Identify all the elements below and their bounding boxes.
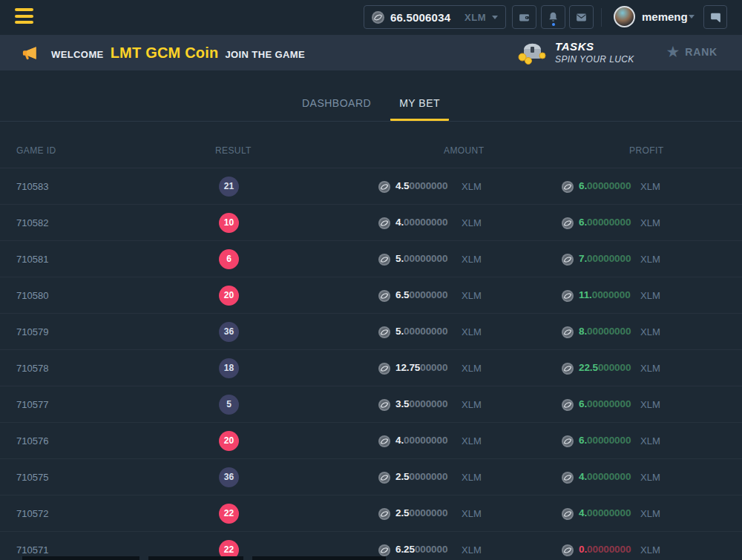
chevron-down-icon [492, 16, 498, 19]
profit-currency: XLM [640, 363, 660, 374]
table-row: 710578 18 12.7500000 XLM 22.5000000 [0, 350, 742, 386]
game-id: 710578 [16, 363, 48, 374]
xlm-coin-icon [378, 181, 390, 193]
amount-currency: XLM [462, 363, 482, 374]
result-badge: 20 [219, 431, 239, 451]
tab-my-bet[interactable]: MY BET [390, 90, 449, 121]
xlm-coin-icon [562, 508, 574, 520]
game-id: 710580 [16, 290, 48, 301]
bet-table-body: 710583 21 4.50000000 XLM 6.00000000 [0, 168, 742, 560]
amount-main: 5. [395, 253, 404, 264]
profit-zeros: 00000000 [587, 217, 631, 228]
profit-currency: XLM [640, 435, 660, 447]
amount-zeros: 0000000 [409, 180, 447, 191]
profit-main: 4. [579, 471, 587, 482]
menu-icon[interactable] [15, 8, 34, 27]
amount-currency: XLM [462, 508, 482, 519]
xlm-coin-icon [378, 508, 390, 520]
xlm-coin-icon [562, 544, 574, 556]
balance-amount: 66.5006034 [390, 11, 450, 24]
tab-dashboard[interactable]: DASHBOARD [293, 90, 380, 121]
chevron-down-icon[interactable] [689, 15, 695, 19]
result-badge: 22 [219, 504, 239, 524]
table-row: 710579 36 5.00000000 XLM 8.00000000 [0, 314, 742, 350]
game-id: 710571 [16, 544, 48, 556]
profit-zeros: 000000 [598, 362, 631, 373]
chat-button[interactable] [703, 5, 727, 29]
amount-currency: XLM [462, 326, 482, 337]
column-game-id: GAME ID [16, 145, 56, 156]
username[interactable]: memeng [642, 10, 688, 23]
result-badge: 36 [219, 322, 239, 342]
profit-zeros: 00000000 [587, 471, 631, 482]
mail-icon [575, 11, 588, 24]
profit-main: 11. [579, 289, 592, 300]
amount-zeros: 00000000 [404, 326, 447, 337]
amount-main: 5. [395, 326, 404, 337]
table-row: 710582 10 4.00000000 XLM 6.00000000 [0, 205, 742, 241]
welcome-banner: WELCOME LMT GCM Coin JOIN THE GAME TASKS… [0, 35, 742, 70]
profit-main: 6. [579, 398, 587, 409]
amount-currency: XLM [462, 544, 482, 556]
profit-zeros: 00000000 [587, 544, 631, 555]
rank-label: RANK [685, 46, 718, 58]
xlm-coin-icon [378, 217, 390, 229]
profit-main: 0. [579, 544, 587, 555]
xlm-coin-icon [378, 435, 390, 447]
amount-zeros: 00000000 [404, 217, 447, 228]
xlm-coin-icon [378, 326, 390, 338]
megaphone-icon [21, 45, 38, 62]
welcome-label: WELCOME [51, 49, 104, 60]
tasks-subtitle: SPIN YOUR LUCK [555, 54, 634, 65]
column-result: RESULT [215, 145, 252, 156]
balance-selector[interactable]: 66.5006034 XLM [364, 5, 506, 29]
game-id: 710583 [16, 181, 48, 192]
profit-currency: XLM [640, 399, 660, 410]
table-row: 710576 20 4.00000000 XLM 6.00000000 [0, 423, 742, 459]
amount-zeros: 00000000 [404, 435, 447, 446]
game-id: 710579 [16, 326, 48, 337]
amount-zeros: 00000 [420, 362, 447, 373]
profit-main: 22.5 [579, 362, 598, 373]
profit-zeros: 00000000 [587, 435, 631, 446]
tasks-widget[interactable]: TASKS SPIN YOUR LUCK [518, 38, 634, 66]
amount-main: 4. [395, 435, 404, 446]
table-header: GAME ID RESULT AMOUNT PROFIT [0, 122, 742, 168]
amount-zeros: 0000000 [409, 507, 447, 518]
amount-currency: XLM [462, 254, 482, 265]
xlm-coin-icon [562, 290, 574, 302]
game-id: 710575 [16, 472, 48, 483]
top-bar: 66.5006034 XLM memeng [0, 0, 742, 35]
wallet-button[interactable] [512, 5, 536, 29]
amount-main: 6.5 [395, 289, 409, 300]
profit-main: 6. [579, 435, 587, 446]
xlm-coin-icon [378, 254, 390, 266]
xlm-coin-icon [378, 544, 390, 556]
xlm-coin-icon [378, 290, 390, 302]
profit-currency: XLM [640, 472, 660, 483]
game-id: 710572 [16, 508, 48, 519]
column-amount: AMOUNT [444, 145, 484, 156]
amount-main: 3.5 [395, 398, 409, 409]
tab-bar: DASHBOARD MY BET [0, 70, 742, 122]
avatar[interactable] [614, 6, 635, 27]
rank-widget[interactable]: ★ RANK [666, 45, 718, 59]
profit-currency: XLM [640, 181, 660, 192]
result-badge: 6 [219, 249, 239, 269]
amount-main: 4. [395, 217, 404, 228]
game-id: 710576 [16, 435, 48, 447]
amount-currency: XLM [462, 217, 482, 228]
wallet-icon [518, 11, 531, 24]
messages-button[interactable] [569, 5, 594, 29]
table-row: 710575 36 2.50000000 XLM 4.00000000 [0, 459, 742, 495]
amount-main: 6.25 [395, 544, 415, 555]
bell-icon [547, 11, 559, 24]
amount-currency: XLM [462, 290, 482, 301]
xlm-coin-icon [562, 363, 574, 375]
table-row: 710583 21 4.50000000 XLM 6.00000000 [0, 168, 742, 205]
notifications-button[interactable] [541, 5, 565, 29]
result-badge: 18 [219, 358, 239, 378]
profit-main: 4. [579, 507, 587, 518]
xlm-coin-icon [562, 181, 574, 193]
game-id: 710582 [16, 217, 48, 228]
